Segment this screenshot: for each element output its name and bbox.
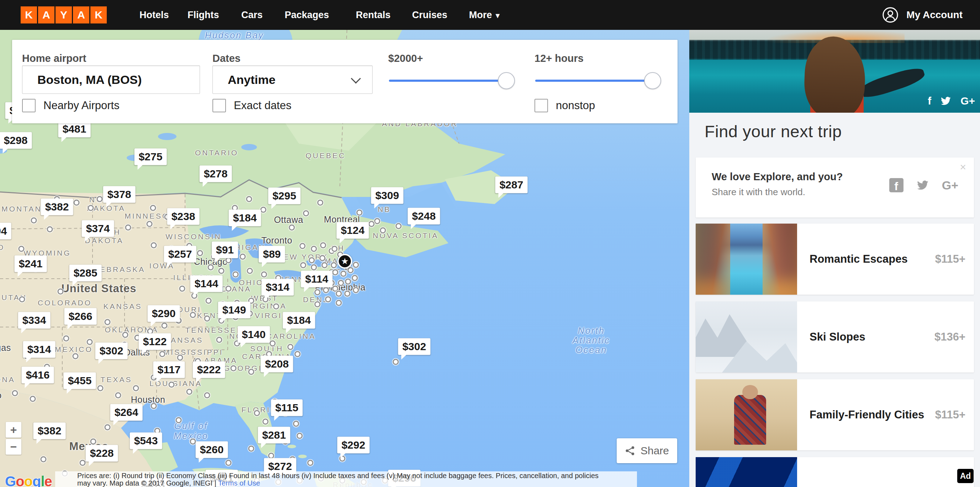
airport-dot[interactable] bbox=[336, 291, 342, 297]
airport-dot[interactable] bbox=[348, 267, 354, 273]
price-bubble[interactable]: $89 bbox=[259, 246, 285, 263]
price-slider-handle[interactable] bbox=[498, 72, 515, 89]
price-bubble[interactable]: $144 bbox=[190, 276, 223, 292]
airport-dot[interactable] bbox=[91, 439, 96, 445]
airport-dot[interactable] bbox=[240, 254, 246, 260]
price-bubble[interactable]: $455 bbox=[64, 373, 96, 389]
airport-dot[interactable] bbox=[300, 243, 305, 249]
price-bubble[interactable]: $382 bbox=[41, 199, 73, 216]
airport-dot[interactable] bbox=[208, 265, 214, 271]
close-icon[interactable]: × bbox=[960, 161, 966, 173]
airport-dot[interactable] bbox=[204, 392, 210, 398]
price-bubble[interactable]: $287 bbox=[495, 177, 528, 194]
price-bubble[interactable]: $314 bbox=[23, 341, 56, 358]
airport-dot[interactable] bbox=[336, 300, 342, 306]
price-bubble[interactable]: $122 bbox=[139, 333, 171, 350]
airport-dot[interactable] bbox=[273, 304, 279, 309]
googleplus-icon[interactable]: G+ bbox=[961, 95, 975, 107]
airport-dot[interactable] bbox=[309, 257, 315, 263]
airport-dot[interactable] bbox=[30, 396, 36, 402]
price-bubble[interactable]: $302 bbox=[95, 343, 128, 359]
price-bubble[interactable]: $292 bbox=[337, 437, 370, 454]
map-share-button[interactable]: Share bbox=[617, 438, 677, 463]
airport-dot[interactable] bbox=[352, 275, 358, 281]
airport-dot[interactable] bbox=[58, 289, 64, 295]
airport-dot[interactable] bbox=[206, 298, 212, 304]
airport-dot[interactable] bbox=[320, 243, 326, 249]
airport-dot[interactable] bbox=[270, 341, 276, 347]
airport-dot[interactable] bbox=[179, 286, 185, 292]
airport-dot[interactable] bbox=[297, 433, 303, 439]
price-bubble[interactable]: $314 bbox=[261, 279, 294, 296]
airport-dot[interactable] bbox=[233, 271, 239, 278]
airport-dot[interactable] bbox=[393, 359, 399, 365]
airport-dot[interactable] bbox=[380, 227, 386, 233]
airport-dot[interactable] bbox=[41, 457, 47, 462]
airport-dot[interactable] bbox=[300, 262, 306, 268]
zoom-out-button[interactable]: − bbox=[6, 439, 21, 455]
airport-dot[interactable] bbox=[74, 200, 80, 206]
twitter-icon[interactable] bbox=[916, 179, 930, 191]
price-bubble[interactable]: $290 bbox=[148, 305, 180, 322]
airport-dot[interactable] bbox=[31, 217, 37, 224]
duration-slider-handle[interactable] bbox=[644, 72, 661, 89]
price-bubble[interactable]: $278 bbox=[200, 166, 232, 182]
home-airport-star-marker[interactable]: ★ bbox=[337, 254, 352, 269]
airport-dot[interactable] bbox=[197, 250, 203, 256]
nav-item-more[interactable]: More▼ bbox=[469, 0, 501, 30]
facebook-icon[interactable]: f bbox=[928, 95, 931, 107]
nav-item-hotels[interactable]: Hotels bbox=[140, 0, 169, 30]
airport-dot[interactable] bbox=[87, 339, 93, 345]
price-bubble[interactable]: $374 bbox=[82, 220, 114, 237]
airport-dot[interactable] bbox=[151, 243, 157, 249]
price-bubble[interactable]: $309 bbox=[371, 187, 404, 204]
airport-dot[interactable] bbox=[47, 227, 53, 233]
nav-item-packages[interactable]: Packages bbox=[285, 0, 329, 30]
airport-dot[interactable] bbox=[323, 287, 329, 293]
airport-dot[interactable] bbox=[216, 337, 223, 343]
zoom-in-button[interactable]: + bbox=[6, 422, 21, 438]
airport-dot[interactable] bbox=[12, 390, 18, 397]
airport-dot[interactable] bbox=[176, 417, 182, 424]
dates-select[interactable]: Anytime bbox=[212, 65, 372, 94]
price-bubble[interactable]: $257 bbox=[164, 246, 196, 263]
airport-dot[interactable] bbox=[325, 297, 331, 303]
airport-dot[interactable] bbox=[332, 270, 339, 276]
airport-dot[interactable] bbox=[190, 312, 196, 318]
airport-dot[interactable] bbox=[294, 351, 301, 357]
facebook-icon[interactable]: f bbox=[889, 178, 904, 192]
home-airport-input[interactable]: Boston, MA (BOS) bbox=[22, 65, 200, 94]
airport-dot[interactable] bbox=[88, 205, 94, 211]
price-bubble[interactable]: $416 bbox=[22, 367, 54, 384]
airport-dot[interactable] bbox=[105, 319, 111, 325]
airport-dot[interactable] bbox=[19, 246, 25, 252]
nav-item-cars[interactable]: Cars bbox=[241, 0, 262, 30]
price-bubble[interactable]: $208 bbox=[261, 356, 293, 373]
terms-of-use-link[interactable]: Terms of Use bbox=[218, 479, 260, 487]
googleplus-icon[interactable]: G+ bbox=[942, 178, 958, 192]
price-bubble[interactable]: $241 bbox=[14, 255, 47, 272]
airport-dot[interactable] bbox=[289, 225, 295, 231]
airport-dot[interactable] bbox=[311, 246, 317, 252]
airport-dot[interactable] bbox=[177, 355, 183, 361]
checkbox-box[interactable] bbox=[212, 99, 226, 112]
airport-dot[interactable] bbox=[97, 196, 103, 202]
price-bubble[interactable]: $222 bbox=[193, 362, 225, 378]
airport-dot[interactable] bbox=[231, 365, 237, 371]
airport-dot[interactable] bbox=[261, 271, 267, 278]
price-bubble[interactable]: $264 bbox=[110, 404, 143, 421]
airport-dot[interactable] bbox=[146, 221, 153, 227]
price-bubble[interactable]: $266 bbox=[64, 308, 97, 325]
price-bubble[interactable]: $281 bbox=[258, 427, 290, 444]
price-bubble[interactable]: $115 bbox=[271, 400, 302, 416]
airport-dot[interactable] bbox=[317, 200, 323, 206]
airport-dot[interactable] bbox=[262, 419, 269, 425]
price-bubble[interactable]: $248 bbox=[408, 208, 440, 225]
airport-dot[interactable] bbox=[218, 268, 224, 274]
airport-dot[interactable] bbox=[169, 382, 175, 388]
airport-dot[interactable] bbox=[340, 271, 347, 277]
airport-dot[interactable] bbox=[369, 221, 375, 227]
airport-dot[interactable] bbox=[374, 218, 380, 224]
airport-dot[interactable] bbox=[331, 262, 337, 268]
airport-dot[interactable] bbox=[293, 421, 299, 427]
